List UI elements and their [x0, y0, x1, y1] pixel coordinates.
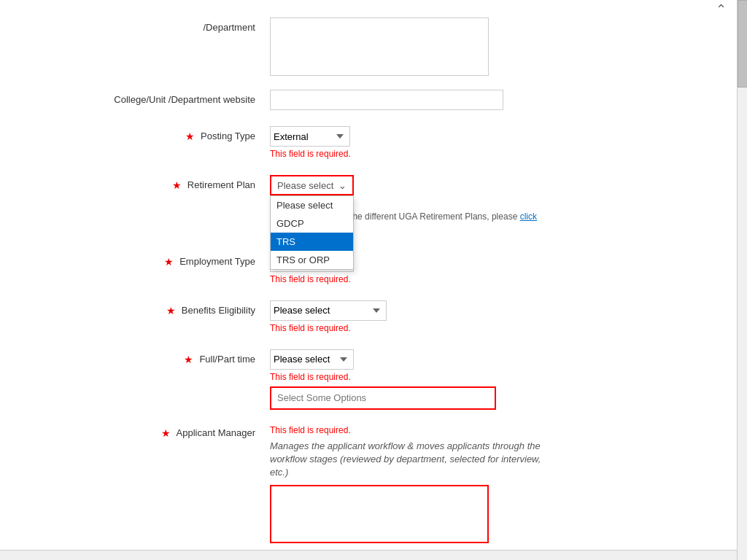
department-textarea[interactable] [270, 18, 489, 76]
retirement-plan-trigger[interactable]: Please select ⌄ [270, 175, 354, 195]
retirement-option-please-select[interactable]: Please select [271, 196, 353, 214]
posting-type-label: Posting Type [201, 131, 255, 141]
full-part-time-select[interactable]: Please select [270, 349, 354, 370]
employment-type-label: Employment Type [179, 256, 255, 267]
retirement-plan-selected-value: Please select [277, 180, 333, 191]
college-website-input[interactable] [270, 90, 503, 110]
applicant-manager-error: This field is required. [270, 425, 722, 435]
posting-type-required-star: ★ [185, 131, 195, 142]
applicant-manager-required-star: ★ [161, 427, 171, 439]
posting-type-error: This field is required. [270, 149, 722, 159]
employment-type-required-star: ★ [164, 256, 174, 268]
applicant-manager-multi-input[interactable] [270, 386, 496, 410]
retirement-plan-dropdown-wrapper: Please select ⌄ Please select GDCP TRS T… [270, 175, 354, 195]
scroll-up-icon[interactable]: ⌃ [716, 1, 727, 18]
retirement-option-trs[interactable]: TRS [271, 233, 353, 251]
retirement-plan-dropdown-list: Please select GDCP TRS TRS or ORP [270, 195, 354, 270]
retirement-plan-required-star: ★ [172, 179, 182, 191]
retirement-option-gdcp[interactable]: GDCP [271, 214, 353, 233]
applicant-manager-description: Manages the applicant workflow & moves a… [270, 440, 547, 480]
full-part-time-required-star: ★ [184, 354, 193, 365]
benefits-eligibility-required-star: ★ [166, 305, 176, 316]
department-label: /Department [203, 22, 255, 33]
retirement-plan-caret-icon: ⌄ [338, 180, 347, 191]
retirement-plan-label: Retirement Plan [187, 179, 255, 190]
posting-type-select[interactable]: External Internal [270, 126, 350, 147]
scrollbar-thumb[interactable] [738, 0, 747, 88]
horizontal-scrollbar[interactable] [0, 550, 737, 560]
benefits-eligibility-select[interactable]: Please select [270, 300, 387, 321]
full-part-time-label: Full/Part time [199, 354, 255, 365]
full-part-time-error: This field is required. [270, 372, 722, 382]
applicant-manager-textarea[interactable] [270, 485, 489, 543]
applicant-manager-label: Applicant Manager [177, 427, 255, 438]
employment-type-error: This field is required. [270, 274, 722, 284]
benefits-eligibility-label: Benefits Eligibility [182, 305, 255, 316]
benefits-eligibility-error: This field is required. [270, 323, 722, 333]
vertical-scrollbar[interactable] [737, 0, 747, 560]
retirement-option-trs-or-orp[interactable]: TRS or ORP [271, 251, 353, 269]
college-website-label: College/Unit /Department website [114, 94, 255, 105]
